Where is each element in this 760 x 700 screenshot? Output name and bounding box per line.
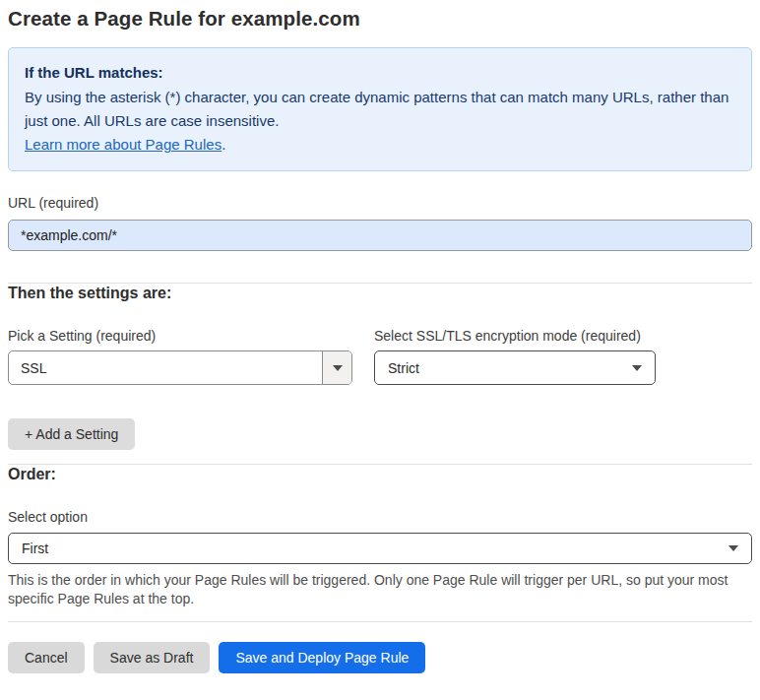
url-match-info-box: If the URL matches: By using the asteris… <box>8 47 752 171</box>
order-selected-value: First <box>22 541 48 556</box>
url-field-label: URL (required) <box>8 194 752 212</box>
encryption-mode-group: Select SSL/TLS encryption mode (required… <box>374 327 656 385</box>
page-rule-form: Create a Page Rule for example.com If th… <box>0 0 760 673</box>
add-setting-button[interactable]: + Add a Setting <box>8 418 135 450</box>
order-dropdown[interactable]: First <box>8 533 752 564</box>
pick-setting-dropdown[interactable]: SSL <box>8 350 352 385</box>
order-select-label: Select option <box>8 508 752 526</box>
pick-setting-selected-value: SSL <box>9 351 322 384</box>
form-actions: Cancel Save as Draft Save and Deploy Pag… <box>8 642 752 673</box>
info-box-body: By using the asterisk (*) character, you… <box>25 86 735 133</box>
save-as-draft-button[interactable]: Save as Draft <box>94 642 211 673</box>
pick-setting-group: Pick a Setting (required) SSL <box>8 327 352 385</box>
chevron-down-icon <box>632 365 642 371</box>
cancel-button[interactable]: Cancel <box>8 642 85 673</box>
chevron-down-icon <box>728 545 738 551</box>
encryption-mode-selected-value: Strict <box>388 360 419 376</box>
section-divider <box>8 621 752 622</box>
encryption-mode-dropdown[interactable]: Strict <box>374 350 656 385</box>
info-box-link-line: Learn more about Page Rules. <box>25 133 735 157</box>
order-help-text: This is the order in which your Page Rul… <box>8 571 752 608</box>
info-box-heading: If the URL matches: <box>25 61 735 85</box>
settings-section-heading: Then the settings are: <box>8 284 752 303</box>
dropdown-arrow-segment[interactable] <box>322 351 351 384</box>
link-suffix: . <box>222 136 225 153</box>
chevron-down-icon <box>333 365 343 371</box>
learn-more-link[interactable]: Learn more about Page Rules <box>25 136 222 153</box>
order-section-heading: Order: <box>8 465 752 484</box>
url-input[interactable] <box>8 220 752 251</box>
settings-row: Pick a Setting (required) SSL Select SSL… <box>8 327 752 385</box>
encryption-mode-label: Select SSL/TLS encryption mode (required… <box>374 327 656 345</box>
save-and-deploy-button[interactable]: Save and Deploy Page Rule <box>219 642 425 673</box>
page-title: Create a Page Rule for example.com <box>8 6 752 32</box>
pick-setting-label: Pick a Setting (required) <box>8 327 352 345</box>
